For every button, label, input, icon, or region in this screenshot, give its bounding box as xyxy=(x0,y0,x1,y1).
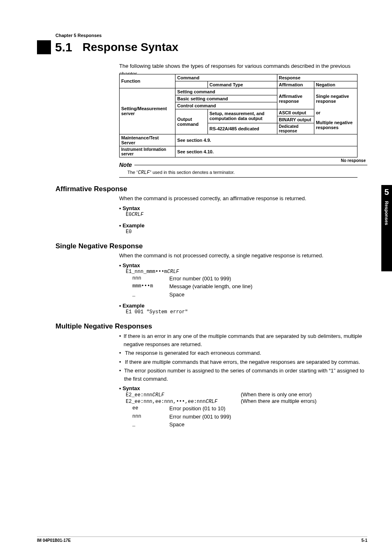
sng-syntax-label: Syntax xyxy=(119,262,367,268)
note-crlf: CRLF xyxy=(138,170,150,176)
side-tab-number: 5 xyxy=(384,187,389,197)
mul-k0: ee xyxy=(132,405,169,413)
sng-desc: When the command is not processed correc… xyxy=(119,252,367,260)
cell-multi-neg: Multiple negative responses xyxy=(314,116,357,134)
th-function: Function xyxy=(120,74,175,88)
cell-info-cmd: See section 4.10. xyxy=(175,146,357,157)
heading-single-neg: Single Negative Response xyxy=(55,242,367,250)
mul-sx1-crlf: CRLF xyxy=(152,392,164,398)
mul-sx2-note: (When there are multiple errors) xyxy=(241,398,316,405)
footer-right: 5-1 xyxy=(362,538,367,543)
sng-k2: _ xyxy=(132,291,169,299)
cell-setting: Setting command xyxy=(175,88,277,95)
mul-item2: If there are multiple commands that have… xyxy=(125,358,360,366)
aff-example-code: E0 xyxy=(126,229,131,235)
section-number: 5.1 xyxy=(55,40,72,54)
th-affirmation: Affirmation xyxy=(277,81,314,88)
bullet-icon: • xyxy=(119,332,124,348)
cell-ascii: ASCII output xyxy=(277,109,314,116)
title-row: 5.1 Response Syntax xyxy=(37,40,367,54)
note-title: Note xyxy=(119,162,132,168)
note-rule-icon xyxy=(134,164,367,165)
sng-syntax-crlf: CRLF xyxy=(167,269,179,275)
cell-maint-cmd: See section 4.9. xyxy=(175,134,357,146)
cell-control: Control command xyxy=(175,102,277,109)
aff-syntax-crlf: CRLF xyxy=(131,212,143,217)
sng-example-code: E1 001 "System error" xyxy=(126,309,188,315)
mul-item3: The error position number is assigned to… xyxy=(124,367,367,383)
section-title: Response Syntax xyxy=(83,41,178,54)
cell-affirm-resp: Affirmative response xyxy=(277,88,314,109)
note-pre: The “ xyxy=(127,170,138,175)
aff-desc: When the command is processed correctly,… xyxy=(119,195,367,203)
sng-k1: mmm•••m xyxy=(132,282,169,291)
side-tab-text: Responses xyxy=(384,201,389,225)
cell-setup: Setup, measurement, and computation data… xyxy=(208,109,277,123)
note-post: ” used in this section denotes a termina… xyxy=(150,170,235,175)
th-negation: Negation xyxy=(314,81,357,88)
mul-sx2-crlf: CRLF xyxy=(205,399,217,405)
side-tab: 5 Responses xyxy=(381,185,392,271)
sng-k0: nnn xyxy=(132,275,169,283)
footer: IM 04P01B01-17E 5-1 xyxy=(37,536,367,543)
th-response: Response xyxy=(277,74,357,81)
cell-output: Output command xyxy=(175,109,208,134)
cell-noresp: No response xyxy=(340,158,366,163)
mul-k2: _ xyxy=(132,421,169,429)
mul-v1: Error number (001 to 999) xyxy=(169,413,231,421)
title-block-icon xyxy=(37,40,51,54)
heading-multi-neg: Multiple Negative Responses xyxy=(55,322,367,331)
mul-sx1-code: E2_ee:nnn xyxy=(126,392,152,398)
sng-v2: Space xyxy=(169,291,184,299)
sng-v1: Message (variable length, one line) xyxy=(169,282,252,291)
bullet-icon: • xyxy=(119,367,124,383)
th-command: Command xyxy=(175,74,277,81)
cell-func1: Setting/Measurement server xyxy=(120,88,175,134)
mul-sx1-note: (When there is only one error) xyxy=(241,391,312,398)
cell-rs: RS-422A/485 dedicated xyxy=(208,123,277,134)
response-table: Function Command Response Command Type A… xyxy=(119,74,357,157)
mul-v0: Error position (01 to 10) xyxy=(169,405,226,413)
bullet-icon: • xyxy=(119,349,125,357)
aff-example-label: Example xyxy=(119,222,367,229)
mul-v2: Space xyxy=(169,421,184,429)
note-heading: Note xyxy=(119,162,367,168)
cell-basic: Basic setting command xyxy=(175,95,277,102)
mul-syntax-label: Syntax xyxy=(119,385,367,391)
aff-syntax-code: E0 xyxy=(126,212,131,217)
sng-v0: Error number (001 to 999) xyxy=(169,275,231,283)
cell-info: Instrument Information server xyxy=(120,146,175,157)
chapter-header: Chapter 5 Responses xyxy=(37,33,367,38)
cell-binary: BINARY output xyxy=(277,116,314,123)
bullet-icon: • xyxy=(119,358,125,366)
mul-sx2-code: E2_ee:nnn,ee:nnn,•••,ee:nnn xyxy=(126,399,205,405)
mul-item1: The response is generated for each erron… xyxy=(125,349,261,357)
note-body: The “CRLF” used in this section denotes … xyxy=(119,168,357,178)
sng-example-label: Example xyxy=(119,303,367,309)
aff-syntax-label: Syntax xyxy=(119,205,367,211)
cell-maint: Maintenance/Test Server xyxy=(120,134,175,146)
cell-single-neg: Single negative response xyxy=(314,88,357,109)
heading-affirmative: Affirmative Response xyxy=(55,185,367,193)
cell-or: or xyxy=(314,109,357,116)
footer-left: IM 04P01B01-17E xyxy=(37,538,71,543)
sng-syntax-code: E1_nnn_mmm•••m xyxy=(126,269,167,275)
mul-k1: nnn xyxy=(132,413,169,421)
th-command-type: Command Type xyxy=(208,81,277,88)
cell-dedicated: Dedicated response xyxy=(277,123,314,134)
mul-item0: If there is an error in any one of the m… xyxy=(124,332,367,348)
